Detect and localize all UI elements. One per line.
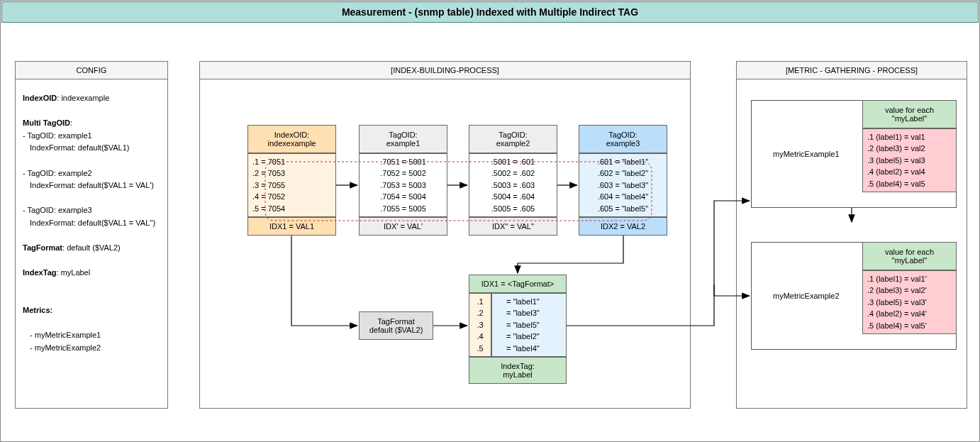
config-indexoid-value: : indexexample [57, 94, 109, 102]
mgp-metric1-name: myMetricExample1 [773, 150, 840, 158]
ibp-result-vals: = "label1" = "label3" = "label5" = "labe… [491, 293, 567, 357]
mgp-metric2-rows: .1 (label1) = val1' .2 (label3) = val2' … [862, 270, 957, 334]
ibp-col2-header: TagOID: example1 [359, 125, 447, 153]
config-indextag-label: IndexTag [23, 268, 56, 277]
page-title: Measurement - (snmp table) Indexed with … [1, 1, 979, 23]
mgp-metric2-name: myMetricExample2 [773, 292, 840, 300]
config-tag2-l1: - TagOID: example2 [23, 167, 160, 180]
config-tag1-l2: IndexFormat: default($VAL1) [23, 142, 160, 155]
ibp-col4-rows: .601 = "label1" .602 = "label2" .603 = "… [579, 153, 667, 217]
config-indexoid-label: IndexOID [23, 94, 57, 102]
config-tag1-l1: - TagOID: example1 [23, 130, 160, 143]
ibp-col4-header: TagOID: example3 [579, 125, 667, 153]
config-tagformat-value: : default ($VAL2) [62, 243, 121, 252]
config-metrics-label: Metrics: [23, 306, 52, 314]
mgp-metric2-sub: value for each "myLabel" [862, 242, 957, 270]
mgp-header: [METRIC - GATHERING - PROCESS] [737, 62, 967, 79]
ibp-col1-footer: IDX1 = VAL1 [247, 217, 336, 236]
ibp-col2-rows: .7051 = 5001 .7052 = 5002 .7053 = 5003 .… [359, 153, 447, 217]
config-body: IndexOID: indexexample Multi TagOID: - T… [16, 79, 167, 367]
ibp-header: [INDEX-BUILDING-PROCESS] [200, 62, 690, 79]
config-panel: CONFIG IndexOID: indexexample Multi TagO… [15, 61, 168, 409]
config-metric2: - myMetricExample2 [23, 342, 160, 355]
config-tagformat-label: TagFormat [23, 243, 62, 252]
config-tag3-l2: IndexFormat: default($VAL1 = VAL'') [23, 217, 160, 230]
config-indextag-value: : myLabel [56, 268, 90, 277]
diagram-page: Measurement - (snmp table) Indexed with … [0, 0, 980, 442]
ibp-col1-header: IndexOID: indexexample [247, 125, 336, 153]
ibp-col3-header: TagOID: example2 [469, 125, 557, 153]
ibp-result-header: IDX1 = <TagFormat> [469, 275, 567, 293]
config-tag3-l1: - TagOID: example3 [23, 204, 160, 217]
ibp-result-idx: .1 .2 .3 .4 .5 [469, 293, 491, 357]
ibp-col3-footer: IDX'' = VAL'' [469, 217, 557, 236]
ibp-col4-footer: IDX2 = VAL2 [579, 217, 667, 236]
config-header: CONFIG [16, 62, 167, 79]
mgp-metric1-rows: .1 (label1) = val1 .2 (label3) = val2 .3… [862, 128, 957, 192]
ibp-col3-rows: .5001 = .601 .5002 = .602 .5003 = .603 .… [469, 153, 557, 217]
config-multitag-label: Multi TagOID [23, 118, 70, 127]
config-metric1: - myMetricExample1 [23, 329, 160, 342]
mgp-metric1-sub: value for each "myLabel" [862, 100, 957, 128]
ibp-result-footer: IndexTag: myLabel [469, 357, 567, 384]
ibp-col1-rows: .1 = 7051 .2 = 7053 .3 = 7055 .4 = 7052 … [247, 153, 336, 217]
config-tag2-l2: IndexFormat: default($VAL1 = VAL') [23, 179, 160, 192]
ibp-col2-footer: IDX' = VAL' [359, 217, 447, 236]
ibp-tagformat-box: TagFormat default ($VAL2) [359, 311, 433, 340]
